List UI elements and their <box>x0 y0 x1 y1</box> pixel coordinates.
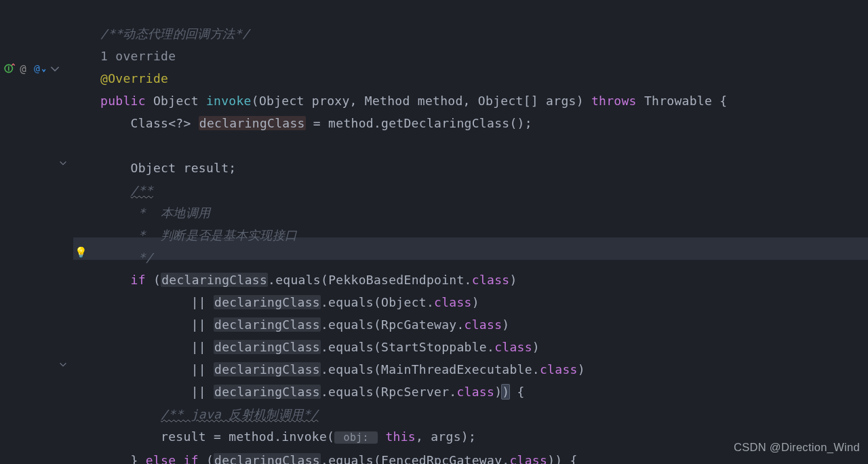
code-text: ) <box>578 362 585 376</box>
type: Object <box>153 94 199 108</box>
inlay-hint: 1 override <box>100 49 176 63</box>
code-text: || <box>100 295 214 309</box>
variable-declaration: declaringClass <box>199 116 306 130</box>
variable-usage: declaringClass <box>161 273 268 287</box>
doc-comment: * 判断是否是基本实现接口 <box>100 228 297 242</box>
code-text: .equals(RpcServer. <box>321 385 456 399</box>
code-text: || <box>100 317 214 332</box>
keyword: throws <box>591 94 637 108</box>
implements-up-icon[interactable] <box>4 62 16 75</box>
variable-usage: declaringClass <box>214 362 321 376</box>
code-text: } <box>100 453 146 464</box>
gutter-icon-row: @ @ <box>4 62 61 75</box>
method-signature: (Object proxy, Method method, Object[] a… <box>252 94 591 108</box>
chevron-down-icon[interactable] <box>49 62 61 75</box>
code-text: result = method.invoke( <box>100 429 334 444</box>
doc-comment: /** <box>131 183 153 197</box>
at-down-icon[interactable]: @ <box>34 62 46 75</box>
svg-text:@: @ <box>20 62 26 75</box>
editor-gutter: @ @ <box>0 0 73 464</box>
keyword: if <box>131 273 146 287</box>
code-text: || <box>100 362 214 376</box>
code-text: || <box>100 385 214 399</box>
variable-usage: declaringClass <box>214 385 321 399</box>
code-text: = method.getDeclaringClass(); <box>306 116 532 130</box>
keyword: public <box>100 94 146 108</box>
code-text: ) <box>509 273 517 287</box>
keyword: class <box>434 295 472 309</box>
method-name: invoke <box>206 94 252 108</box>
variable-usage: declaringClass <box>214 453 321 464</box>
keyword: class <box>494 340 532 354</box>
variable-usage: declaringClass <box>214 295 321 309</box>
keyword: class <box>472 273 510 287</box>
fold-collapse-icon[interactable] <box>58 353 69 364</box>
at-icon[interactable]: @ <box>19 62 31 75</box>
keyword: else if <box>146 453 199 464</box>
keyword: class <box>540 362 578 376</box>
code-text: Class<?> <box>100 116 199 130</box>
svg-text:@: @ <box>34 62 40 74</box>
annotation: @Override <box>100 71 168 85</box>
code-text: , args); <box>416 429 476 444</box>
keyword: this <box>385 429 416 444</box>
watermark: CSDN @Direction_Wind <box>734 436 860 459</box>
code-text <box>100 273 131 287</box>
code-text: { <box>509 385 524 399</box>
code-text: .equals(PekkoBasedEndpoint. <box>268 273 472 287</box>
keyword: class <box>509 453 547 464</box>
code-text: .equals(MainThreadExecutable. <box>321 362 540 376</box>
fold-collapse-icon[interactable] <box>58 152 69 163</box>
intention-bulb-icon[interactable]: 💡 <box>75 241 87 264</box>
comment: /**动态代理的回调方法*/ <box>100 26 250 41</box>
code-text: ) <box>502 317 509 332</box>
code-text: .equals(FencedRpcGateway. <box>321 453 509 464</box>
code-text: )) { <box>547 453 578 464</box>
code-text <box>100 407 161 421</box>
parameter-hint: obj: <box>334 431 378 444</box>
variable-usage: declaringClass <box>214 317 321 332</box>
code-editor[interactable]: /**动态代理的回调方法*/ 1 override @Override publ… <box>100 0 727 464</box>
code-text <box>100 183 131 197</box>
keyword: class <box>465 317 502 332</box>
type: Throwable { <box>637 94 728 108</box>
code-text: ( <box>146 273 161 287</box>
doc-comment: /** java 反射机制调用*/ <box>161 407 318 421</box>
keyword: class <box>456 385 494 399</box>
variable-usage: declaringClass <box>214 340 321 354</box>
code-text: .equals(RpcGateway. <box>321 317 465 332</box>
code-text: ) <box>532 340 540 354</box>
code-text: Object result; <box>100 161 236 175</box>
doc-comment: */ <box>100 250 153 265</box>
code-text: .equals(Object. <box>321 295 434 309</box>
code-text: ) <box>472 295 479 309</box>
code-text: ( <box>199 453 214 464</box>
doc-comment: * 本地调用 <box>100 206 210 220</box>
code-text: || <box>100 340 214 354</box>
code-text: .equals(StartStoppable. <box>321 340 494 354</box>
